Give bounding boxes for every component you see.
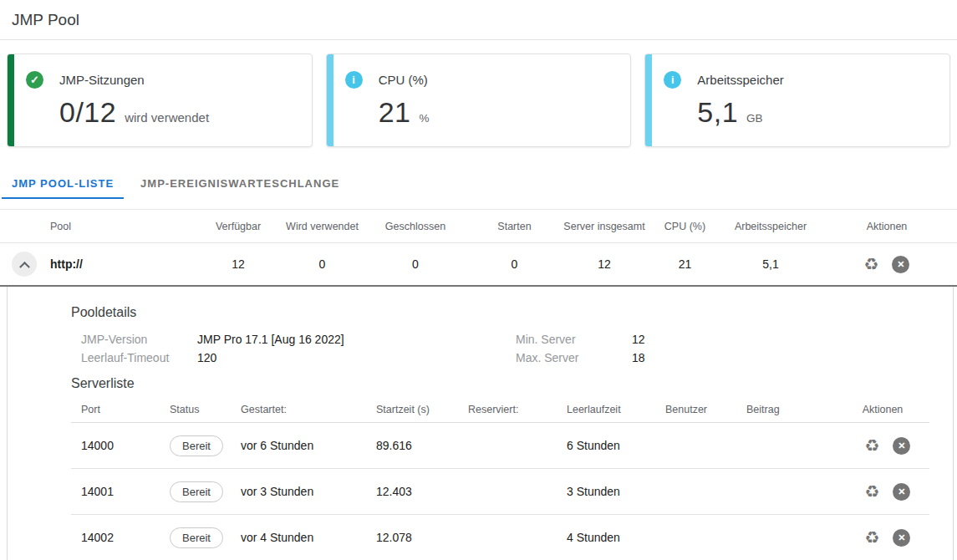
server-table-header: Port Status Gestartet: Startzeit (s) Res… [71, 396, 929, 423]
server-list-heading: Serverliste [71, 376, 953, 391]
card-value: 5,1 [697, 96, 738, 129]
tab-bar: JMP POOL-LISTE JMP-EREIGNISWARTESCHLANGE [0, 170, 957, 199]
detail-label-jmp-version: JMP-Version [71, 333, 197, 346]
check-circle-icon: ✓ [26, 71, 43, 89]
status-badge: Bereit [170, 481, 223, 502]
cell-gestartet: vor 6 Stunden [231, 439, 366, 452]
cell-port: 14002 [71, 531, 160, 544]
col-wird-verwendet: Wird verwendet [279, 221, 365, 232]
detail-value-max-server: 18 [632, 351, 953, 364]
col-benutzer: Benutzer [655, 404, 736, 415]
detail-value-leerlauf-timeout: 120 [197, 351, 506, 364]
col-aktionen: Aktionen [817, 221, 957, 232]
status-badge: Bereit [170, 435, 223, 456]
cell-server-insgesamt: 12 [563, 257, 645, 271]
cell-port: 14000 [71, 439, 160, 452]
cell-starten: 0 [466, 257, 563, 271]
status-badge: Bereit [170, 527, 223, 548]
cell-gestartet: vor 3 Stunden [231, 485, 366, 498]
pool-details-panel: Pooldetails JMP-Version JMP Pro 17.1 [Au… [7, 287, 954, 560]
server-table: Port Status Gestartet: Startzeit (s) Res… [71, 396, 929, 560]
col-aktionen: Aktionen [836, 404, 929, 415]
col-beitrag: Beitrag [736, 404, 836, 415]
detail-value-min-server: 12 [632, 333, 953, 346]
tab-jmp-ereigniswarteschlange[interactable]: JMP-EREIGNISWARTESCHLANGE [130, 170, 349, 199]
col-leerlaufzeit: Leerlaufzeit [557, 404, 655, 415]
card-unit: % [420, 112, 430, 125]
col-server-insgesamt: Server insgesamt [563, 221, 645, 232]
cell-cpu: 21 [645, 257, 725, 271]
detail-label-min-server: Min. Server [506, 333, 632, 346]
detail-value-jmp-version: JMP Pro 17.1 [Aug 16 2022] [197, 333, 506, 346]
cell-startzeit: 12.078 [366, 531, 458, 544]
info-circle-icon: i [345, 71, 363, 89]
col-reserviert: Reserviert: [458, 404, 557, 415]
col-arbeitsspeicher: Arbeitsspeicher [725, 221, 817, 232]
card-title: Arbeitsspeicher [697, 73, 783, 87]
chevron-up-icon [19, 261, 30, 272]
restart-server-icon[interactable]: ♻ [865, 529, 880, 546]
stop-pool-icon[interactable]: ✕ [892, 256, 909, 273]
restart-server-icon[interactable]: ♻ [865, 483, 880, 500]
card-value: 21 [379, 96, 411, 129]
card-memory: i Arbeitsspeicher 5,1 GB [644, 53, 950, 147]
collapse-row-button[interactable] [12, 252, 37, 277]
cell-port: 14001 [71, 485, 160, 498]
pool-url: http:// [50, 257, 197, 271]
restart-server-icon[interactable]: ♻ [865, 437, 880, 454]
cell-leerlaufzeit: 4 Stunden [557, 531, 655, 544]
card-unit: GB [746, 112, 763, 125]
info-circle-icon: i [664, 71, 681, 89]
col-starten: Starten [466, 221, 563, 232]
pool-details-heading: Pooldetails [71, 305, 953, 320]
card-jmp-sessions: ✓ JMP-Sitzungen 0/12 wird verwendet [7, 53, 313, 147]
cell-leerlaufzeit: 6 Stunden [557, 439, 655, 452]
cell-startzeit: 89.616 [366, 439, 458, 452]
cell-startzeit: 12.403 [366, 485, 458, 498]
summary-cards: ✓ JMP-Sitzungen 0/12 wird verwendet i CP… [7, 53, 950, 147]
cell-wird-verwendet: 0 [279, 257, 365, 271]
cell-verfuegbar: 12 [197, 257, 279, 271]
cell-leerlaufzeit: 3 Stunden [557, 485, 655, 498]
pool-table-header: Pool Verfügbar Wird verwendet Geschlosse… [0, 210, 957, 243]
col-verfuegbar: Verfügbar [197, 221, 279, 232]
pool-table: Pool Verfügbar Wird verwendet Geschlosse… [0, 209, 957, 287]
col-port: Port [71, 404, 160, 415]
col-cpu: CPU (%) [645, 221, 725, 232]
card-unit: wird verwendet [125, 110, 209, 125]
col-startzeit: Startzeit (s) [366, 404, 458, 415]
page-header: JMP Pool [0, 0, 957, 40]
stop-server-icon[interactable]: ✕ [893, 529, 910, 547]
detail-label-leerlauf-timeout: Leerlauf-Timeout [71, 351, 197, 364]
card-value: 0/12 [59, 96, 116, 129]
tab-jmp-pool-liste[interactable]: JMP POOL-LISTE [2, 170, 124, 199]
stop-server-icon[interactable]: ✕ [893, 437, 910, 455]
col-pool: Pool [50, 221, 197, 232]
restart-pool-icon[interactable]: ♻ [864, 256, 879, 272]
col-status: Status [160, 404, 231, 415]
server-row: 14000 Bereit vor 6 Stunden 89.616 6 Stun… [71, 423, 929, 469]
pool-row[interactable]: http:// 12 0 0 0 12 21 5,1 ♻ ✕ [0, 243, 957, 287]
cell-geschlossen: 0 [365, 257, 466, 271]
server-row: 14001 Bereit vor 3 Stunden 12.403 3 Stun… [71, 469, 929, 515]
server-row: 14002 Bereit vor 4 Stunden 12.078 4 Stun… [71, 515, 929, 560]
card-cpu: i CPU (%) 21 % [326, 53, 632, 147]
stop-server-icon[interactable]: ✕ [893, 483, 910, 501]
cell-gestartet: vor 4 Stunden [231, 531, 366, 544]
card-title: JMP-Sitzungen [59, 73, 145, 87]
pool-details-grid: JMP-Version JMP Pro 17.1 [Aug 16 2022] M… [71, 333, 953, 364]
col-geschlossen: Geschlossen [365, 221, 466, 232]
page-title: JMP Pool [12, 11, 945, 29]
card-title: CPU (%) [379, 73, 428, 87]
col-gestartet: Gestartet: [231, 404, 366, 415]
cell-arbeitsspeicher: 5,1 [725, 257, 817, 271]
detail-label-max-server: Max. Server [506, 351, 632, 364]
